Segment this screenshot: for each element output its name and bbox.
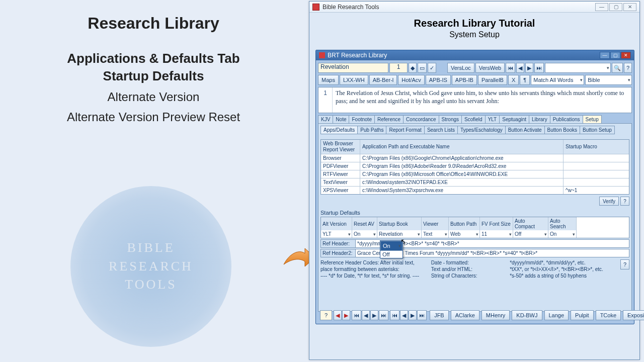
viewer-name: RTFViewer [321, 170, 360, 178]
red-prev-button[interactable]: ◀ [334, 310, 342, 320]
set2-first-button[interactable]: ⏮ [390, 310, 399, 320]
subtab-searchlists[interactable]: Search Lists [424, 126, 458, 134]
viewer-path-field[interactable]: C:\Program Files (x86)\Adobe\Reader 9.0\… [360, 162, 564, 170]
set2-last-button[interactable]: ⏭ [417, 310, 427, 320]
subtab-typeseschatology[interactable]: Types/Eschatology [457, 126, 506, 134]
verify-button[interactable]: Verify [599, 197, 619, 206]
binoculars-icon[interactable]: 🔍 [612, 63, 623, 73]
toolbar2-lxxwh[interactable]: LXX-WH [340, 75, 368, 85]
viewer-path-field[interactable]: c:\Windows\System32\xpsrchvw.exe [360, 187, 564, 194]
commentary-expositor[interactable]: Expositor [623, 310, 644, 320]
outer-titlebar[interactable]: Bible Research Tools — ▢ ✕ [309, 2, 639, 13]
viewer-path-field[interactable]: c:\Windows\system32\NOTEPAD.EXE [360, 178, 564, 186]
minimize-button[interactable]: — [595, 3, 608, 11]
match-mode-select[interactable]: Match All Words [531, 75, 584, 85]
inner-close-button[interactable]: ✕ [621, 52, 631, 59]
tab-library[interactable]: Library [529, 115, 550, 123]
sd-value-autosearch[interactable]: On [548, 230, 577, 238]
subtab-buttonbooks[interactable]: Button Books [544, 126, 580, 134]
bottom-help-icon[interactable]: ? [320, 310, 332, 320]
ref-header2-label: Ref Header2: [320, 249, 356, 257]
tab-footnote[interactable]: Footnote [349, 115, 374, 123]
tab-scofield[interactable]: Scofield [461, 115, 486, 123]
toolbar2-apbib[interactable]: APB-IB [452, 75, 477, 85]
commentary-tcoke[interactable]: TCoke [596, 310, 621, 320]
viewer-path-field[interactable]: C:\Program Files (x86)\Microsoft Office\… [360, 170, 564, 178]
toolbar2-maps[interactable]: Maps [318, 75, 339, 85]
tab-concordance[interactable]: Concordance [403, 115, 439, 123]
subtab-reportformat[interactable]: Report Format [386, 126, 424, 134]
inner-maximize-button[interactable]: ▢ [610, 52, 620, 59]
sd-value-autocompact[interactable]: Off [513, 230, 548, 238]
viewer-macro-field[interactable] [564, 162, 629, 170]
sd-value-viewer[interactable]: Text [422, 230, 449, 238]
sd-value-fvfontsize[interactable]: 11 [480, 230, 513, 238]
tab-strongs[interactable]: Strongs [439, 115, 462, 123]
subtab-buttonactivate[interactable]: Button Activate [505, 126, 545, 134]
tab-setup[interactable]: Setup [583, 115, 602, 123]
search-scope-select[interactable]: Bible [585, 75, 632, 85]
commentary-jfb[interactable]: JFB [430, 310, 449, 320]
set1-first-button[interactable]: ⏮ [352, 310, 361, 320]
tab-reference[interactable]: Reference [374, 115, 404, 123]
viewer-path-field[interactable]: C:\Program Files (x86)\Google\Chrome\App… [360, 154, 564, 162]
toolbar2-[interactable]: ¶ [520, 75, 530, 85]
tab-kjv[interactable]: KJV [318, 115, 333, 123]
eraser-icon[interactable]: ◆ [409, 63, 417, 73]
viewer-macro-field[interactable] [564, 178, 629, 186]
viewer-macro-field[interactable] [564, 154, 629, 162]
inner-titlebar[interactable]: BRT Research Library — ▢ ✕ [316, 50, 634, 60]
subtab-pubpaths[interactable]: Pub Paths [357, 126, 386, 134]
book-icon[interactable]: ▭ [418, 63, 427, 73]
viewer-macro-field[interactable] [564, 170, 629, 178]
tab-note[interactable]: Note [333, 115, 349, 123]
toolbar2-x[interactable]: X [508, 75, 519, 85]
commentary-mhenry[interactable]: MHenry [481, 310, 510, 320]
verify-help-icon[interactable]: ? [620, 197, 629, 206]
book-field[interactable]: Revelation [318, 63, 388, 73]
toolbar2-hotacv[interactable]: Hot/Acv [398, 75, 425, 85]
chapter-field[interactable]: 1 [389, 63, 408, 73]
check-icon[interactable]: ✓ [428, 63, 436, 73]
toolbar2-abberl[interactable]: AB-Ber-l [369, 75, 397, 85]
reset-av-dropdown[interactable]: On Off [380, 240, 403, 258]
toolbar2-apbis[interactable]: APB-IS [426, 75, 451, 85]
toolbar2-parallelb[interactable]: ParallelB [478, 75, 507, 85]
inner-minimize-button[interactable]: — [600, 52, 610, 59]
nav-first-button[interactable]: ⏮ [506, 63, 515, 73]
viewer-macro-field[interactable]: ^w~1 [564, 187, 629, 194]
set1-next-button[interactable]: ▶ [370, 310, 378, 320]
red-next-button[interactable]: ▶ [342, 310, 350, 320]
nav-prev-button[interactable]: ◀ [516, 63, 524, 73]
versweb-button[interactable]: VersWeb [475, 63, 505, 73]
sd-value-startupbook[interactable]: Revelation [377, 230, 422, 238]
tab-septuagint[interactable]: Septuagint [499, 115, 529, 123]
nav-last-button[interactable]: ⏭ [534, 63, 544, 73]
subtab-appsdefaults[interactable]: Apps/Defaults [320, 126, 358, 134]
nav-next-button[interactable]: ▶ [525, 63, 533, 73]
maximize-button[interactable]: ▢ [609, 3, 622, 11]
commentary-pulpit[interactable]: Pulpit [571, 310, 594, 320]
sd-value-buttonpath[interactable]: Web [449, 230, 480, 238]
help-icon[interactable]: ? [624, 63, 632, 73]
dropdown-option-on[interactable]: On [380, 241, 403, 251]
commentary-lange[interactable]: Lange [544, 310, 569, 320]
tab-ylt[interactable]: YLT [485, 115, 500, 123]
tab-publications[interactable]: Publications [550, 115, 583, 123]
set1-last-button[interactable]: ⏭ [379, 310, 388, 320]
subtab-buttonsetup[interactable]: Button Setup [580, 126, 615, 134]
set2-next-button[interactable]: ▶ [409, 310, 417, 320]
dropdown-option-off[interactable]: Off [380, 251, 403, 258]
commentary-aclarke[interactable]: AClarke [451, 310, 479, 320]
versloc-button[interactable]: VersLoc [447, 63, 474, 73]
commentary-kd-bwj[interactable]: KD-BWJ [512, 310, 542, 320]
set1-prev-button[interactable]: ◀ [362, 310, 370, 320]
sd-value-altversion[interactable]: YLT [321, 230, 352, 238]
codes-help-icon[interactable]: ? [620, 259, 629, 269]
set2-prev-button[interactable]: ◀ [400, 310, 408, 320]
logo-l1: BIBLE [109, 239, 193, 257]
sd-value-resetav[interactable]: On [352, 230, 377, 238]
close-button[interactable]: ✕ [623, 3, 636, 11]
left-item-alt-version: Alternate Version [15, 90, 292, 104]
nav-select[interactable] [545, 63, 611, 73]
